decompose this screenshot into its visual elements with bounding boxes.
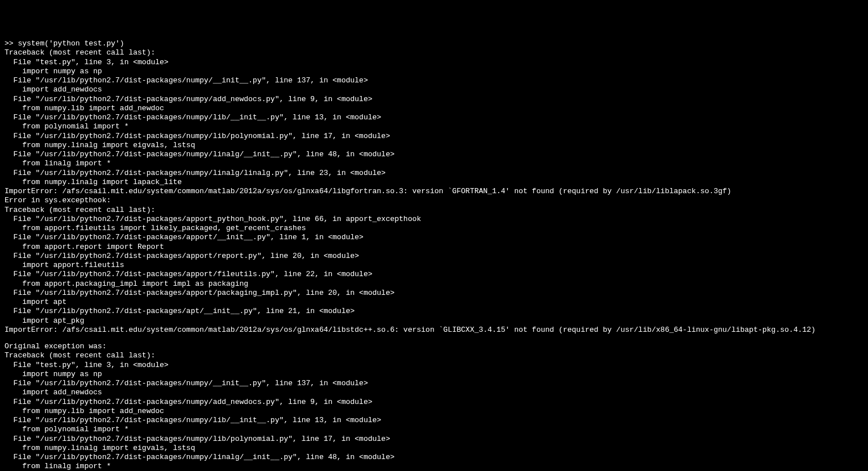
terminal-line: File "/usr/lib/python2.7/dist-packages/n… bbox=[5, 132, 863, 141]
terminal-line: from numpy.lib import add_newdoc bbox=[5, 104, 863, 113]
terminal-line: File "/usr/lib/python2.7/dist-packages/n… bbox=[5, 379, 863, 388]
terminal-line: Traceback (most recent call last): bbox=[5, 351, 863, 360]
terminal-line: File "/usr/lib/python2.7/dist-packages/n… bbox=[5, 398, 863, 407]
terminal-line: File "/usr/lib/python2.7/dist-packages/n… bbox=[5, 76, 863, 85]
terminal-line: import apt_pkg bbox=[5, 316, 863, 326]
terminal-line: from polynomial import * bbox=[5, 122, 863, 131]
terminal-line: File "/usr/lib/python2.7/dist-packages/n… bbox=[5, 113, 863, 122]
terminal-line: File "/usr/lib/python2.7/dist-packages/n… bbox=[5, 453, 863, 462]
terminal-line: Traceback (most recent call last): bbox=[5, 206, 863, 215]
terminal-line: File "/usr/lib/python2.7/dist-packages/a… bbox=[5, 270, 863, 279]
terminal-line: from apport.report import Report bbox=[5, 243, 863, 252]
terminal-line: Error in sys.excepthook: bbox=[5, 196, 863, 205]
terminal-line: Traceback (most recent call last): bbox=[5, 48, 863, 57]
terminal-line: from numpy.linalg import eigvals, lstsq bbox=[5, 444, 863, 453]
terminal-line bbox=[5, 335, 863, 342]
terminal-line: from numpy.lib import add_newdoc bbox=[5, 407, 863, 416]
terminal-line: File "/usr/lib/python2.7/dist-packages/a… bbox=[5, 233, 863, 242]
terminal-line: File "/usr/lib/python2.7/dist-packages/a… bbox=[5, 215, 863, 224]
terminal-line: from numpy.linalg import eigvals, lstsq bbox=[5, 141, 863, 150]
terminal-line: File "/usr/lib/python2.7/dist-packages/n… bbox=[5, 95, 863, 104]
terminal-line: import apport.fileutils bbox=[5, 261, 863, 270]
terminal-line: import numpy as np bbox=[5, 67, 863, 76]
terminal-line: File "test.py", line 3, in <module> bbox=[5, 361, 863, 370]
terminal-line: >> system('python test.py') bbox=[5, 39, 863, 48]
terminal-line: Original exception was: bbox=[5, 342, 863, 351]
terminal-line: from apport.fileutils import likely_pack… bbox=[5, 224, 863, 233]
terminal-line: from numpy.linalg import lapack_lite bbox=[5, 178, 863, 187]
terminal-line: ImportError: /afs/csail.mit.edu/system/c… bbox=[5, 187, 863, 196]
terminal-line: File "/usr/lib/python2.7/dist-packages/n… bbox=[5, 435, 863, 444]
terminal-line: from linalg import * bbox=[5, 462, 863, 471]
terminal-line: File "test.py", line 3, in <module> bbox=[5, 58, 863, 67]
terminal-line: File "/usr/lib/python2.7/dist-packages/n… bbox=[5, 169, 863, 178]
terminal-line: File "/usr/lib/python2.7/dist-packages/a… bbox=[5, 307, 863, 316]
terminal-line: ImportError: /afs/csail.mit.edu/system/c… bbox=[5, 326, 863, 335]
terminal-line: File "/usr/lib/python2.7/dist-packages/a… bbox=[5, 252, 863, 261]
terminal-line: import add_newdocs bbox=[5, 388, 863, 397]
terminal-line: File "/usr/lib/python2.7/dist-packages/n… bbox=[5, 416, 863, 425]
terminal-line: from polynomial import * bbox=[5, 425, 863, 434]
terminal-line: from linalg import * bbox=[5, 159, 863, 168]
terminal-output[interactable]: >> system('python test.py')Traceback (mo… bbox=[5, 39, 863, 471]
terminal-line: from apport.packaging_impl import impl a… bbox=[5, 280, 863, 289]
terminal-line: File "/usr/lib/python2.7/dist-packages/n… bbox=[5, 150, 863, 159]
terminal-line: import numpy as np bbox=[5, 370, 863, 379]
terminal-line: File "/usr/lib/python2.7/dist-packages/a… bbox=[5, 289, 863, 298]
terminal-line: import apt bbox=[5, 298, 863, 307]
terminal-line: import add_newdocs bbox=[5, 85, 863, 94]
